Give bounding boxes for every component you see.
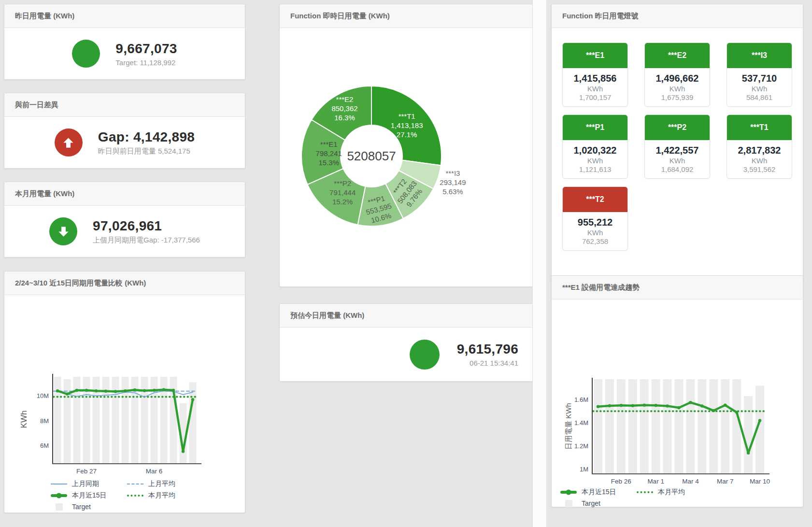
stat-subtext: Target: 11,128,992 — [115, 58, 177, 67]
x-tick-label: Mar 7 — [717, 478, 734, 485]
stat-subtext: 昨日與前日用電量 5,524,175 — [98, 147, 195, 156]
comparison-chart[interactable]: 6M8M10MFeb 27Mar 6KWh — [4, 295, 245, 479]
tile-unit: KWh — [645, 157, 710, 165]
legend-item[interactable]: 本月平均 — [637, 488, 709, 497]
tile-unit: KWh — [563, 157, 627, 165]
tile-target: 3,591,562 — [727, 165, 792, 173]
x-tick-label: Mar 6 — [146, 468, 163, 475]
legend-swatch-icon — [51, 503, 67, 511]
panel-realtime-donut: Function 即時日用電量 (KWh) ***T11,413,18327.1… — [279, 4, 533, 287]
legend-swatch-icon — [127, 484, 143, 484]
tile-value: 1,020,322 — [563, 145, 627, 156]
legend-swatch-icon — [51, 494, 67, 497]
target-bars — [594, 379, 764, 474]
y-axis-label: 日用電量 KWh — [564, 403, 572, 450]
legend-swatch-icon — [51, 484, 67, 484]
light-tile: ***E21,496,662KWh1,675,939 — [644, 43, 710, 107]
y-tick-label: 6M — [40, 442, 49, 449]
panel-title: ***E1 設備用電達成趨勢 — [552, 276, 803, 299]
tile-value: 1,496,662 — [645, 73, 710, 84]
panel-yesterday-usage: 昨日用電量 (KWh) 9,667,073 Target: 11,128,992 — [4, 4, 245, 80]
stat-value: Gap: 4,142,898 — [98, 129, 195, 145]
legend-swatch-icon — [127, 495, 143, 497]
light-tile: ***P11,020,322KWh1,121,613 — [562, 114, 628, 179]
stat-subtext: 06-21 15:34:41 — [457, 359, 518, 367]
chart-legend: 本月近15日本月平均Target — [552, 488, 803, 507]
tile-value: 955,212 — [563, 217, 627, 228]
legend-item[interactable]: 上月平均 — [127, 480, 199, 488]
legend-item[interactable]: 本月近15日 — [560, 488, 633, 497]
tile-unit: KWh — [727, 85, 792, 93]
tile-target: 584,861 — [727, 93, 792, 101]
tile-unit: KWh — [563, 228, 627, 237]
down-arrow-icon — [49, 217, 77, 245]
panel-month-usage: 本月用電量 (KWh) 97,026,961 上個月同期用電Gap: -17,3… — [4, 182, 245, 257]
tile-status-header: ***E2 — [645, 43, 710, 68]
x-tick-label: Mar 1 — [647, 478, 664, 485]
light-tile: ***E11,415,856KWh1,700,157 — [562, 43, 628, 107]
legend-label: 本月平均 — [658, 488, 685, 497]
stat-value: 9,667,073 — [115, 41, 177, 57]
legend-item[interactable]: Target — [51, 503, 123, 511]
stat-value: 9,615,796 — [457, 342, 518, 357]
stat-body: 97,026,961 上個月同期用電Gap: -17,377,566 — [4, 206, 245, 257]
dashboard: 昨日用電量 (KWh) 9,667,073 Target: 11,128,992… — [0, 0, 812, 527]
legend-label: 上月平均 — [148, 480, 175, 488]
tile-unit: KWh — [727, 157, 792, 165]
tile-value: 537,710 — [727, 73, 792, 84]
tile-status-header: ***T2 — [563, 187, 627, 212]
panel-title: 本月用電量 (KWh) — [4, 182, 245, 206]
tile-status-header: ***T1 — [727, 115, 792, 140]
panel-title: 2/24~3/10 近15日同期用電量比較 (KWh) — [4, 271, 245, 295]
stat-body: 9,667,073 Target: 11,128,992 — [4, 28, 245, 79]
y-tick-label: 1.6M — [574, 396, 588, 403]
stat-value: 97,026,961 — [93, 218, 200, 234]
tile-value: 1,422,557 — [645, 145, 710, 156]
tile-target: 762,358 — [563, 237, 627, 245]
legend-swatch-icon — [560, 500, 577, 507]
legend-item[interactable]: Target — [560, 499, 633, 507]
x-tick-label: Feb 27 — [76, 468, 97, 475]
donut-chart[interactable]: ***T11,413,18327.1%***I3293,1495.63%***T… — [280, 28, 533, 286]
trend-chart[interactable]: 1M1.2M1.4M1.6MFeb 26Mar 1Mar 4Mar 7Mar 1… — [552, 299, 803, 487]
panel-compare-chart: 2/24~3/10 近15日同期用電量比較 (KWh) 6M8M10MFeb 2… — [4, 271, 245, 513]
light-tile: ***T2955,212KWh762,358 — [562, 186, 628, 251]
tile-target: 1,121,613 — [563, 165, 627, 173]
donut-center-total: 5208057 — [347, 149, 396, 163]
vertical-scrollbar-track[interactable] — [532, 0, 547, 527]
y-tick-label: 10M — [37, 392, 49, 399]
panel-title: 昨日用電量 (KWh) — [4, 4, 245, 28]
tile-value: 1,415,856 — [563, 73, 627, 84]
legend-row: Target — [51, 503, 245, 511]
tile-status-header: ***E1 — [563, 43, 627, 68]
legend-label: 上月同期 — [72, 480, 99, 488]
legend-label: Target — [72, 503, 91, 511]
tile-status-header: ***I3 — [727, 43, 792, 68]
stat-text: 97,026,961 上個月同期用電Gap: -17,377,566 — [93, 218, 200, 245]
light-tile: ***P21,422,557KWh1,684,092 — [644, 114, 710, 179]
panel-title: 與前一日差異 — [4, 93, 245, 117]
legend-row: 本月近15日本月平均 — [560, 488, 803, 497]
panel-title: Function 即時日用電量 (KWh) — [280, 4, 533, 28]
y-axis-label: KWh — [19, 411, 28, 428]
tile-status-header: ***P2 — [645, 115, 710, 140]
panel-title: Function 昨日用電燈號 — [552, 4, 803, 28]
legend-item[interactable]: 上月同期 — [51, 480, 123, 488]
legend-row: Target — [560, 499, 803, 507]
legend-swatch-icon — [637, 491, 653, 493]
stat-subtext: 上個月同期用電Gap: -17,377,566 — [93, 236, 200, 245]
x-tick-label: Mar 4 — [682, 478, 699, 485]
tile-unit: KWh — [645, 85, 710, 93]
stat-text: 9,615,796 06-21 15:34:41 — [457, 342, 518, 367]
panel-e1-trend: ***E1 設備用電達成趨勢 1M1.2M1.4M1.6MFeb 26Mar 1… — [551, 275, 803, 507]
legend-swatch-icon — [560, 491, 577, 494]
lights-grid: ***E11,415,856KWh1,700,157***E21,496,662… — [552, 28, 803, 251]
chart-legend: 上月同期上月平均本月近15日本月平均Target — [4, 480, 245, 511]
light-tile: ***T12,817,832KWh3,591,562 — [727, 114, 792, 179]
legend-item[interactable]: 本月近15日 — [51, 491, 123, 500]
legend-label: 本月平均 — [148, 491, 175, 500]
x-tick-label: Feb 26 — [611, 478, 631, 485]
legend-item[interactable]: 本月平均 — [127, 491, 199, 500]
tile-value: 2,817,832 — [727, 145, 792, 156]
stat-body: Gap: 4,142,898 昨日與前日用電量 5,524,175 — [4, 117, 245, 168]
